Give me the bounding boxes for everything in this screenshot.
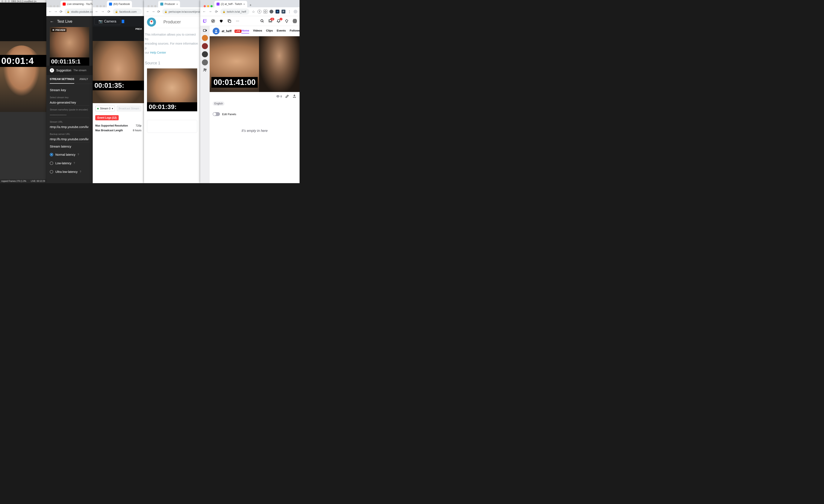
forward-button[interactable]: → [208,10,212,13]
reload-button[interactable]: ⟳ [107,10,111,13]
new-tab-button[interactable]: + [248,3,253,7]
broadcast-icon[interactable] [203,28,207,33]
select-key-dropdown[interactable]: Auto-generated key [50,100,89,106]
tab-title: (2) at_heff - Twitch [221,3,242,6]
stream-settings-panel: Stream key Select stream key Auto-genera… [46,84,93,179]
page-header: Producer [144,16,200,28]
extension-icon[interactable]: P [282,10,285,13]
forward-button[interactable]: → [54,10,58,13]
back-button[interactable]: ← [48,10,52,13]
address-bar[interactable]: 🔒 periscope.tv/account/produc [162,9,200,15]
latency-option-low[interactable]: Low-latency ? [50,159,89,167]
source-form-box[interactable] [147,120,197,133]
browser-tab[interactable]: Producer × [158,1,180,7]
extension-icon[interactable]: ! [258,10,262,13]
back-arrow-button[interactable]: ← [50,19,54,24]
backup-url-field[interactable]: rtmp://b.rtmp.youtube.com/liv [50,136,89,142]
forward-button[interactable]: → [152,10,155,13]
window-controls[interactable] [1,0,10,2]
svg-marker-5 [285,19,288,22]
bits-icon[interactable] [285,19,289,23]
followed-channel-avatar[interactable] [202,59,208,66]
browser-menu-button[interactable]: ⋮ [288,10,291,13]
periscope-logo-icon[interactable] [147,18,156,27]
copy-icon[interactable] [227,19,231,23]
address-bar[interactable]: 🔒 facebook.com [113,9,142,15]
stream-url-field[interactable]: rtmp://a.rtmp.youtube.com/liv [50,124,89,130]
latency-option-ultra[interactable]: Ultra low-latency ? [50,168,89,176]
browser-tab[interactable]: (2) at_heff - Twitch × [214,1,247,7]
camera-tab-button[interactable]: 📷 Camera [94,18,120,25]
more-icon[interactable]: ⋯ [235,19,240,23]
help-center-link[interactable]: Help Center [150,51,166,54]
extension-icons: ! ⬡ ※ P ⋮ [258,10,297,13]
search-icon[interactable] [260,19,265,23]
extension-icon[interactable] [270,10,273,13]
back-button[interactable]: ← [146,10,149,13]
followed-channel-avatar[interactable] [202,43,208,49]
friends-icon[interactable] [203,68,207,72]
compass-icon[interactable] [211,19,215,23]
latency-option-normal[interactable]: Normal latency ? [50,151,89,158]
twitch-logo-icon[interactable] [203,19,207,23]
channel-avatar[interactable] [213,28,219,34]
user-avatar-icon[interactable] [293,19,297,23]
help-icon[interactable]: ? [80,170,81,173]
address-bar[interactable]: 🔒 studio.youtube.com [65,9,93,15]
followed-channel-avatar[interactable] [202,51,208,57]
heart-icon[interactable] [219,19,223,23]
stream-selector-dropdown[interactable]: Stream 0 ▾ [95,106,115,111]
broadcast-button[interactable]: Broadcast Stream [117,106,141,111]
bookmark-star-icon[interactable]: ☆ [251,10,255,13]
extension-icon[interactable]: ※ [276,10,279,13]
share-icon[interactable] [292,94,297,99]
edit-icon[interactable] [285,94,289,99]
notifications-icon[interactable]: 2 [276,19,281,23]
edit-panels-toggle[interactable] [213,112,220,116]
stream-name-field[interactable]: ···················· [50,112,89,118]
tab-events[interactable]: Events [277,29,286,33]
preview-chip: 👁 PREVIEW [51,28,67,32]
tab-home[interactable]: Home [241,29,249,33]
tab-stream-settings[interactable]: STREAM SETTINGS [50,75,74,84]
page-header: ← Test Live [46,16,93,27]
forward-button[interactable]: → [101,10,105,13]
window-controls[interactable] [48,5,61,7]
back-button[interactable]: ← [202,10,206,13]
url-text: periscope.tv/account/produc [169,10,200,13]
window-controls[interactable] [202,5,214,7]
channel-username[interactable]: at_heff [222,29,231,33]
tab-analytics[interactable]: ANALY [79,75,88,84]
reload-button[interactable]: ⟳ [214,10,218,13]
help-icon[interactable]: ? [74,162,75,165]
browser-tabstrip: (63) Facebook [93,0,144,7]
tab-followers[interactable]: Followers [290,29,300,33]
tab-clips[interactable]: Clips [266,29,273,33]
window-controls[interactable] [94,5,107,7]
inbox-icon[interactable]: 19 [268,19,273,23]
followed-channel-avatar[interactable] [202,35,208,41]
event-logs-button[interactable]: Event Logs (12) [95,115,119,120]
reload-button[interactable]: ⟳ [60,10,63,13]
browser-tabstrip: Producer × [144,0,200,7]
eye-icon: 👁 [53,29,55,31]
tab-close-button[interactable]: × [176,3,178,6]
language-tag[interactable]: English [213,102,224,106]
browser-tab[interactable]: Live streaming - YouTube S [61,1,93,7]
help-icon[interactable]: ? [78,153,79,156]
preview-timecode: 00:01:35: [93,81,144,90]
notif-badge: 2 [280,18,282,20]
extension-icon[interactable]: ⬡ [264,10,268,13]
window-controls[interactable] [146,5,158,7]
suggestion-banner[interactable]: i Suggestion The stream [46,66,93,75]
address-bar[interactable]: 🔒 twitch.tv/at_heff [220,9,249,15]
profile-avatar-icon[interactable] [294,10,297,13]
browser-tab[interactable]: (63) Facebook [107,1,132,7]
stream-key-section-title: Stream key [50,88,89,92]
reload-button[interactable]: ⟳ [157,10,160,13]
video-player[interactable]: 00:01:41:00 [210,36,300,92]
tab-close-button[interactable]: × [243,3,245,6]
back-button[interactable]: ← [95,10,99,13]
tab-videos[interactable]: Videos [253,29,262,33]
connect-button[interactable] [122,20,124,23]
